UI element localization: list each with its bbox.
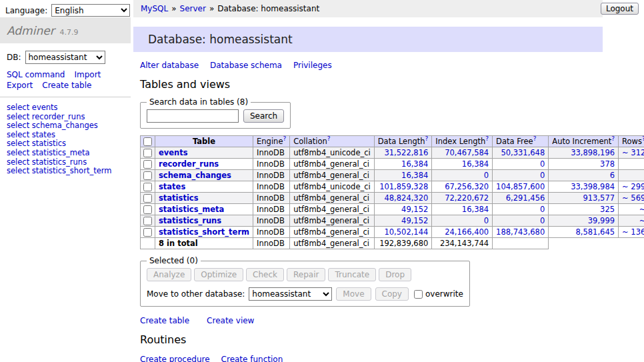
auto-increment-link[interactable]: 913,577 <box>583 193 615 203</box>
index-length-link[interactable]: 70,467,584 <box>445 148 489 157</box>
help-icon[interactable]: ? <box>611 135 615 142</box>
index-length-link[interactable]: 24,166,400 <box>445 227 489 237</box>
data-length-link[interactable]: 49,152 <box>401 216 428 225</box>
language-select[interactable]: English <box>51 4 130 17</box>
row-checkbox[interactable] <box>143 149 152 157</box>
sidebar-select-link[interactable]: select events <box>7 103 124 113</box>
sidebar-select-link[interactable]: select statistics_runs <box>7 158 124 167</box>
data-length-link[interactable]: 10,502,144 <box>384 227 428 237</box>
search-input[interactable] <box>147 109 239 123</box>
create-link[interactable]: Create view <box>207 316 254 325</box>
table-row: statistics_meta InnoDB utf8mb4_general_c… <box>141 204 644 215</box>
index-length-link[interactable]: 16,384 <box>462 159 489 169</box>
auto-increment-link[interactable]: 378 <box>600 159 615 169</box>
table-name-link[interactable]: statistics_short_term <box>159 227 249 237</box>
db-select[interactable]: homeassistant <box>25 51 105 64</box>
sidebar-select-link[interactable]: select states <box>7 131 124 140</box>
data-free-link[interactable]: 104,857,600 <box>496 182 545 191</box>
data-free-link[interactable]: 50,331,648 <box>501 148 545 157</box>
help-icon[interactable]: ? <box>283 135 286 142</box>
table-name-link[interactable]: recorder_runs <box>159 159 219 169</box>
table-name-link[interactable]: events <box>159 148 188 157</box>
data-free-link[interactable]: 0 <box>540 159 545 169</box>
index-length-link[interactable]: 16,384 <box>462 205 489 214</box>
rows-count-cell: ~ 5 <box>619 159 644 170</box>
rows-count-link[interactable]: ~ 136,108 <box>622 227 644 237</box>
sidebar-select-link[interactable]: select statistics_meta <box>7 149 124 158</box>
data-free-link[interactable]: 0 <box>540 205 545 214</box>
help-icon[interactable]: ? <box>327 135 331 142</box>
sidebar-select-link[interactable]: select statistics_short_term <box>7 167 124 176</box>
row-check-cell <box>141 227 155 238</box>
data-free-cell: 0 <box>493 159 549 170</box>
select-all-checkbox[interactable] <box>143 137 152 146</box>
index-length-link[interactable]: 72,220,672 <box>445 193 489 203</box>
data-free-link[interactable]: 0 <box>540 171 545 180</box>
rows-count-link[interactable]: ~ 299,833 <box>622 182 644 191</box>
auto-increment-link[interactable]: 6 <box>610 171 615 180</box>
data-length-link[interactable]: 101,859,328 <box>379 182 428 191</box>
data-length-link[interactable]: 16,384 <box>401 159 428 169</box>
table-name-link[interactable]: statistics <box>159 193 199 203</box>
db-action-link[interactable]: Alter database <box>140 61 199 70</box>
data-length-link[interactable]: 31,522,816 <box>384 148 428 157</box>
engine-cell: InnoDB <box>253 193 290 204</box>
index-length-link[interactable]: 67,256,320 <box>445 182 489 191</box>
rows-count-link[interactable]: ~ 312,180 <box>622 148 644 157</box>
auto-increment-link[interactable]: 33,398,984 <box>571 182 615 191</box>
adminer-logo-link[interactable]: Adminer <box>7 24 55 37</box>
row-checkbox[interactable] <box>143 217 152 225</box>
adminer-brand: Adminer 4.7.9 <box>0 17 131 43</box>
table-name-link[interactable]: schema_changes <box>159 171 231 180</box>
routine-create-link[interactable]: Create procedure <box>140 355 210 362</box>
rows-count-link[interactable]: ~ 569,159 <box>622 193 644 203</box>
help-icon[interactable]: ? <box>485 135 489 142</box>
data-free-link[interactable]: 6,291,456 <box>506 193 545 203</box>
data-length-link[interactable]: 16,384 <box>401 171 428 180</box>
data-length-link[interactable]: 48,824,320 <box>384 193 428 203</box>
column-header-table[interactable]: Table <box>155 136 253 147</box>
sidebar-select-link[interactable]: select schema_changes <box>7 121 124 131</box>
overwrite-checkbox[interactable] <box>414 290 423 299</box>
row-checkbox[interactable] <box>143 228 152 237</box>
auto-increment-link[interactable]: 33,898,196 <box>571 148 615 157</box>
row-checkbox[interactable] <box>143 160 152 169</box>
breadcrumb-link[interactable]: Server <box>180 4 206 13</box>
engine-cell: InnoDB <box>253 227 290 238</box>
index-length-link[interactable]: 0 <box>484 216 489 225</box>
sidebar-select-link[interactable]: select statistics <box>7 139 124 149</box>
index-length-link[interactable]: 0 <box>484 171 489 180</box>
row-checkbox[interactable] <box>143 194 152 203</box>
help-icon[interactable]: ? <box>533 135 537 142</box>
data-free-link[interactable]: 0 <box>540 216 545 225</box>
db-action-link[interactable]: Privileges <box>293 61 332 70</box>
auto-increment-link[interactable]: 8,581,645 <box>576 227 615 237</box>
auto-increment-link[interactable]: 39,999 <box>588 216 615 225</box>
help-icon[interactable]: ? <box>425 135 429 142</box>
breadcrumb-link[interactable]: MySQL <box>141 4 168 13</box>
table-name-link[interactable]: statistics_meta <box>159 205 224 214</box>
sidebar-command-link[interactable]: Import <box>74 70 101 79</box>
routine-create-link[interactable]: Create function <box>221 355 283 362</box>
sidebar-command-link[interactable]: Create table <box>42 81 91 90</box>
row-checkbox[interactable] <box>143 183 152 191</box>
auto-increment-link[interactable]: 325 <box>600 205 615 214</box>
table-name-link[interactable]: statistics_runs <box>159 216 221 225</box>
data-free-link[interactable]: 188,743,680 <box>496 227 545 237</box>
db-action-link[interactable]: Database schema <box>210 61 282 70</box>
row-checkbox[interactable] <box>143 171 152 180</box>
total-collation: utf8mb4_general_ci <box>290 238 375 249</box>
table-name-link[interactable]: states <box>159 182 185 191</box>
logout-button[interactable]: Logout <box>601 3 639 15</box>
data-length-link[interactable]: 49,152 <box>401 205 428 214</box>
move-db-select[interactable]: homeassistant <box>249 287 332 301</box>
sidebar-select-link[interactable]: select recorder_runs <box>7 113 124 122</box>
search-button[interactable]: Search <box>243 109 284 123</box>
sidebar-command-link[interactable]: Export <box>7 81 33 90</box>
rows-count-link[interactable]: ~ 628 <box>639 216 644 225</box>
sidebar-command-link[interactable]: SQL command <box>7 70 65 79</box>
table-name-cell: statistics_short_term <box>155 227 253 238</box>
rows-count-link[interactable]: ~ 244 <box>639 205 644 214</box>
row-checkbox[interactable] <box>143 205 152 214</box>
create-link[interactable]: Create table <box>140 316 189 325</box>
